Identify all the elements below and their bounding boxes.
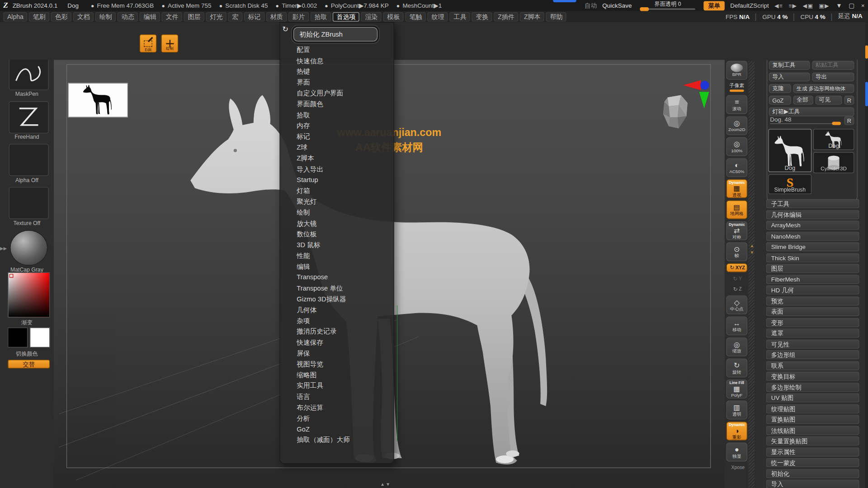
shelf-button[interactable]: Dynamic ⇄ 对称 <box>726 221 748 240</box>
menubar-item[interactable]: 编辑 <box>140 12 160 21</box>
menubar-item[interactable]: 首选项 <box>333 12 359 21</box>
menubar-item[interactable]: 标记 <box>244 12 264 21</box>
menubar-item[interactable]: 宏 <box>228 12 242 21</box>
tool-slider-knob[interactable] <box>832 122 841 125</box>
tool-section[interactable]: 可见性 <box>766 339 859 348</box>
menubar-item[interactable]: Z插件 <box>494 12 519 21</box>
close-button[interactable]: × <box>861 2 865 9</box>
menubar-item[interactable]: 渲染 <box>361 12 382 21</box>
restore-button[interactable]: ▢ <box>849 2 854 9</box>
shelf-button[interactable]: ≡ 滚动 <box>726 95 748 114</box>
tool-section[interactable]: 纹理贴图 <box>766 404 859 413</box>
goz-all-button[interactable]: 全部 <box>793 96 813 105</box>
tool-section[interactable]: 法线贴图 <box>766 426 859 435</box>
nav-origin-dot[interactable] <box>700 81 709 90</box>
menubar-item[interactable]: 影片 <box>288 12 309 21</box>
divider-up-icon[interactable]: ▲ <box>749 244 755 249</box>
menubar-item[interactable]: 纹理 <box>428 12 448 21</box>
shelf-button[interactable]: Xpose <box>726 464 748 472</box>
texture-thumb[interactable] <box>9 187 49 219</box>
export-button[interactable]: 导出 <box>812 72 854 81</box>
tool-section[interactable]: 几何体编辑 <box>766 210 859 219</box>
menubar-item[interactable]: 色彩 <box>51 12 71 21</box>
menu-restore-icon[interactable]: ↻ <box>282 25 288 33</box>
tool-section[interactable]: ArrayMesh <box>766 221 859 230</box>
shelf-button[interactable]: Line Fill ▦ PolyF <box>726 380 748 399</box>
menu-item[interactable]: 抽取（减面）大师 <box>297 435 350 446</box>
divider-down-icon[interactable]: ▼ <box>749 250 755 255</box>
ui-transparency-slider[interactable]: 界面透明 0 <box>637 1 698 9</box>
tool-r-button[interactable]: R <box>844 116 854 125</box>
tool-thumb-simplebrush[interactable]: S SimpleBrush <box>769 174 812 194</box>
shelf-button[interactable]: Dynamic ◑ 重影 <box>726 422 748 441</box>
menubar-item[interactable]: 材质 <box>266 12 287 21</box>
tool-thumb-dog-active[interactable]: Dog <box>769 129 812 172</box>
menubar-item[interactable]: 文件 <box>162 12 182 21</box>
menu-item[interactable]: 配置 <box>297 45 350 56</box>
menu-item[interactable]: 3D 鼠标 <box>297 240 350 251</box>
shelf-button[interactable]: ◇ 中心点 <box>726 296 748 314</box>
palette-scroll-handle-blue[interactable] <box>865 82 868 106</box>
goz-button[interactable]: GoZ <box>769 96 791 105</box>
menubar-item[interactable]: Alpha <box>3 12 27 21</box>
tool-section[interactable]: NanoMesh <box>766 231 859 240</box>
shelf-button[interactable]: ▥ 透明 <box>726 401 748 420</box>
goz-visible-button[interactable]: 可见 <box>816 96 842 105</box>
menu-item[interactable]: 聚光灯 <box>297 197 350 207</box>
tool-section[interactable]: 置换贴图 <box>766 415 859 424</box>
tool-slider-track[interactable] <box>770 123 841 124</box>
menubar-item[interactable]: 图层 <box>184 12 204 21</box>
menu-item[interactable]: 灯箱 <box>297 186 350 197</box>
tool-section[interactable]: 统一蒙皮 <box>766 458 859 467</box>
menu-item[interactable]: Gizmo 3D操纵器 <box>297 294 350 305</box>
shelf-button[interactable]: ↻ 旋转 <box>726 358 748 377</box>
palette-scroll-handle-orange[interactable] <box>865 45 868 58</box>
menubar-item[interactable]: 工具 <box>450 12 470 21</box>
tool-section[interactable]: 子工具 <box>766 199 859 208</box>
shelf-button[interactable]: ◎ Zoom2D <box>726 116 748 135</box>
menubar-item[interactable]: 动态 <box>118 12 138 21</box>
tool-section[interactable]: 预览 <box>766 296 859 305</box>
tool-section[interactable]: Thick Skin <box>766 253 859 262</box>
menu-item[interactable]: 拾取 <box>297 110 350 121</box>
dock-divider[interactable]: ▲ ▼ <box>749 61 755 488</box>
matcap-ball[interactable] <box>10 230 47 265</box>
shelf-button[interactable]: ↔ 移动 <box>726 316 748 335</box>
menu-item[interactable]: 编辑 <box>297 262 350 272</box>
shelf-button[interactable]: ▤ 地网格 <box>726 200 748 219</box>
goz-r-button[interactable]: R <box>844 96 854 105</box>
stroke-freehand-thumb[interactable] <box>9 101 49 133</box>
tool-section[interactable]: Slime Bridge <box>766 242 859 251</box>
shelf-button[interactable]: ↻ Y <box>726 274 748 282</box>
menubar-item[interactable]: 笔刷 <box>29 12 49 21</box>
tool-thumb-dog[interactable]: Dog <box>813 129 854 150</box>
window-copy-left-icon[interactable]: ◀▣ <box>802 3 813 9</box>
menubar-item[interactable]: 绘制 <box>95 12 116 21</box>
init-zbrush-menu-item[interactable]: 初始化 ZBrush <box>293 27 377 42</box>
draw-button[interactable]: 绘制 <box>161 34 178 52</box>
menu-button[interactable]: 菜单 <box>704 1 725 10</box>
menu-item[interactable]: Transpose <box>297 272 350 283</box>
tool-thumb-cylinder3d[interactable]: Cylinder3D <box>813 152 854 174</box>
quicksave-button[interactable]: QuickSave <box>602 2 632 9</box>
import-button[interactable]: 导入 <box>769 72 810 81</box>
menu-item[interactable]: 标记 <box>297 131 350 142</box>
tool-section[interactable]: 联系 <box>766 361 859 370</box>
shelf-button[interactable]: BPR <box>726 61 748 80</box>
menu-item[interactable]: 内存 <box>297 121 350 131</box>
ui-transparency-track[interactable] <box>640 8 695 10</box>
nav-down-arrow[interactable] <box>699 92 709 108</box>
menu-item[interactable]: 屏保 <box>297 348 350 359</box>
shelf-button[interactable]: ● 独显 <box>726 443 748 462</box>
menu-item[interactable]: 布尔运算 <box>297 403 350 413</box>
menu-item[interactable]: 界面 <box>297 77 350 88</box>
lightbox-tool-button[interactable]: 灯箱▶工具 <box>769 108 854 117</box>
ui-transparency-knob[interactable] <box>640 7 649 11</box>
menubar-item[interactable]: 变换 <box>472 12 492 21</box>
menu-item[interactable]: 放大镜 <box>297 218 350 229</box>
menu-item[interactable]: Z球 <box>297 142 350 153</box>
menubar-item[interactable]: 拾取 <box>311 12 331 21</box>
nav-left-arrow[interactable] <box>683 80 701 90</box>
shelf-button[interactable]: Dynamic ▦ 透视 <box>726 179 748 198</box>
menu-item[interactable]: 导入导出 <box>297 164 350 175</box>
